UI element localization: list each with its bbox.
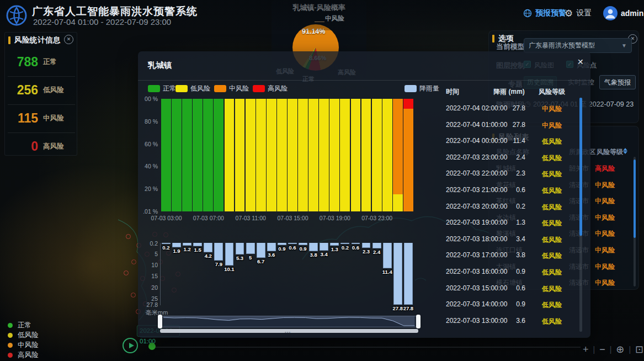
stat-high: 0 高风险 [5,132,78,160]
table-cell-level: 低风险 [530,219,574,228]
map-legend: 正常 低风险 中风险 高风险 [8,320,39,360]
zoom-in-button[interactable]: + [583,344,589,355]
extent-button[interactable]: ⊡ [635,343,643,355]
table-cell-level: 低风险 [530,284,574,294]
table-row[interactable]: 2022-07-03 14:00:000.9低风险 [441,296,581,312]
table-cell-rain: 2.4 [491,153,525,161]
user-name: admin [621,9,643,18]
topic-weather-button[interactable]: 气象预报 [599,75,636,89]
table-cell-level: 低风险 [530,153,574,163]
stat-normal: 788 正常 [5,48,78,76]
divider: | [629,345,631,354]
panel-accent-bar [8,36,10,44]
nav-user-menu[interactable]: admin ▾ [603,7,644,20]
zoom-out-button[interactable]: − [599,344,605,355]
table-cell-rain: 0.6 [491,284,525,292]
table-row[interactable]: 2022-07-04 00:00:0011.4低风险 [441,132,581,148]
risk-point-marker[interactable] [131,259,136,264]
table-row[interactable]: 2022-07-03 23:00:002.4低风险 [441,149,581,165]
table-row[interactable]: 2022-07-04 02:00:0027.8中风险 [441,100,581,116]
risk-stats-panel: 风险统计信息 ✕ 788 正常 256 低风险 115 中风险 0 高风险 [4,32,77,156]
gear-icon: ⚙ [565,8,573,19]
table-cell-level: 低风险 [530,268,574,277]
table-cell-level: 低风险 [530,251,574,261]
nav-settings[interactable]: ⚙ 设置 [565,7,592,20]
model-select-value: 广东暴雨洪水预警模型 [529,41,621,50]
table-cell-level: 中风险 [530,121,574,130]
stat-low: 256 低风险 [5,76,78,104]
map-controls: +| −| ⊕| ⊡ [583,343,643,355]
table-row[interactable]: 2022-07-03 19:00:001.3低风险 [441,214,581,230]
table-row[interactable]: 2022-07-03 18:00:003.4低风险 [441,231,581,247]
table-cell-rain: 0.6 [491,186,525,194]
stat-mid-label: 中风险 [43,114,64,123]
table-cell-rain: 3.6 [491,317,525,325]
risk-point-marker[interactable] [131,293,136,298]
divider: | [610,345,612,354]
top-header: 广东省人工智能暴雨洪水预警系统 2022-07-04 01:00 - 2022-… [0,0,644,30]
table-row[interactable]: 2022-07-03 16:00:000.9低风险 [441,263,581,279]
table-cell-rain: 27.8 [491,104,525,112]
globe-icon [523,9,532,18]
model-label: 当前模型 [496,42,525,52]
table-rows: 2022-07-04 02:00:0027.8中风险2022-07-04 01:… [138,51,590,338]
table-cell-rain: 2.3 [491,169,525,177]
stat-normal-label: 正常 [43,57,57,67]
risk-stats-title: 风险统计信息 [14,35,61,45]
table-row[interactable]: 2022-07-03 17:00:003.8低风险 [441,247,581,263]
divider: | [593,345,595,354]
globe-button[interactable]: ⊕ [616,343,624,355]
nav-forecast-warning[interactable]: 预报预警 [523,7,566,20]
table-row[interactable]: 2022-07-03 22:00:002.3低风险 [441,165,581,181]
risk-point-marker[interactable] [126,234,131,239]
play-button[interactable] [123,338,138,353]
table-cell-rain: 11.4 [491,137,525,145]
table-cell-level: 低风险 [530,169,574,179]
stat-mid: 115 中风险 [5,104,78,132]
stat-mid-value: 115 [5,111,38,126]
table-row[interactable]: 2022-07-03 15:00:000.6低风险 [441,280,581,296]
legend-item-low: 低风险 [8,330,39,340]
table-cell-rain: 27.8 [491,121,525,129]
table-cell-rain: 0.2 [491,203,525,210]
stat-low-value: 256 [5,83,38,98]
avatar [603,6,618,20]
red-dot-icon [8,353,13,358]
table-cell-level: 中风险 [530,104,574,114]
yellow-dot-icon [8,333,13,338]
model-select[interactable]: 广东暴雨洪水预警模型 ▼ [524,38,632,53]
panel-accent-bar [492,35,494,43]
green-dot-icon [8,323,13,328]
table-scrollbar-thumb[interactable] [579,98,582,236]
stat-low-label: 低风险 [43,86,64,95]
table-cell-rain: 3.8 [491,251,525,259]
table-cell-level: 低风险 [530,203,574,212]
table-cell-rain: 1.3 [491,219,525,226]
legend-item-normal: 正常 [8,320,39,330]
play-icon [129,343,134,348]
nav-settings-label: 设置 [576,8,592,18]
table-cell-rain: 0.9 [491,300,525,308]
table-cell-rain: 0.9 [491,268,525,275]
table-cell-level: 低风险 [530,186,574,195]
table-row[interactable]: 2022-07-03 21:00:000.6低风险 [441,182,581,198]
table-row[interactable]: 2022-07-03 20:00:000.2低风险 [441,198,581,214]
risk-point-marker[interactable] [124,270,129,275]
legend-item-high: 高风险 [8,350,39,360]
table-cell-level: 低风险 [530,235,574,245]
table-cell-rain: 3.4 [491,235,525,243]
header-date-range: 2022-07-04 01:00 - 2022-07-09 23:00 [33,17,171,26]
timeline-handle[interactable] [148,343,156,350]
table-cell-level: 低风险 [530,317,574,326]
table-cell-level: 低风险 [530,137,574,146]
timeline-track[interactable] [152,347,581,348]
stats-close-icon[interactable]: ✕ [64,35,73,44]
stat-normal-value: 788 [5,55,38,70]
stat-high-value: 0 [5,139,38,154]
table-row[interactable]: 2022-07-04 01:00:0027.8中风险 [441,116,581,132]
town-detail-modal: 乳城镇 ✕ 正常 低风险 中风险 高风险 降雨量 00 %80 %60 %40 … [138,51,590,338]
orange-dot-icon [8,343,13,348]
table-row[interactable]: 2022-07-03 13:00:003.6低风险 [441,312,581,328]
risk-list-scrollbar-thumb[interactable] [634,160,636,238]
legend-item-mid: 中风险 [8,340,39,350]
